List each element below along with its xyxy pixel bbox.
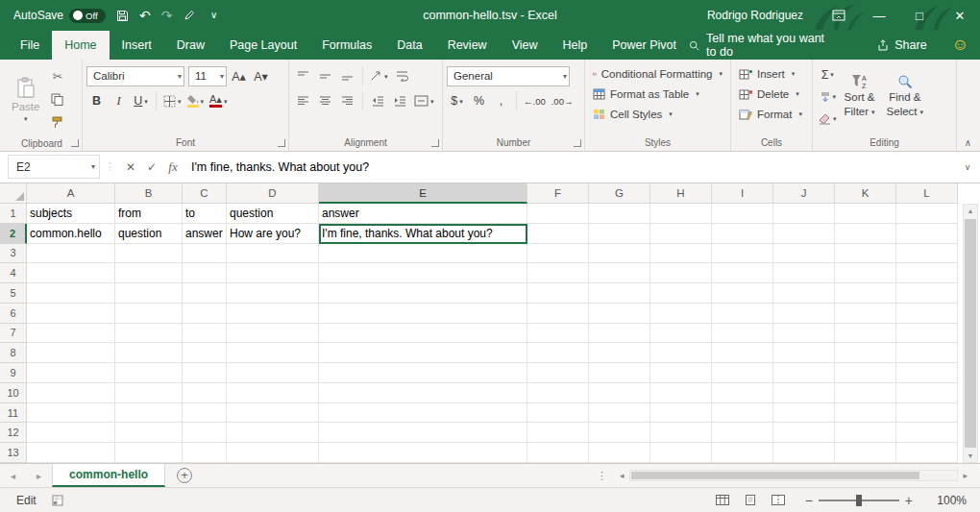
format-cells-button[interactable]: Format ▾ xyxy=(735,104,808,124)
cell-B8[interactable] xyxy=(115,343,183,363)
cell-F1[interactable] xyxy=(527,204,589,224)
cell-J4[interactable] xyxy=(773,263,835,283)
cell-K13[interactable] xyxy=(835,443,896,463)
scroll-right-arrow[interactable]: ▸ xyxy=(958,472,972,480)
cell-L12[interactable] xyxy=(896,423,958,443)
cell-B2[interactable]: question xyxy=(115,224,183,244)
row-header-2[interactable]: 2 xyxy=(0,224,27,244)
cell-F7[interactable] xyxy=(527,324,589,344)
cell-A13[interactable] xyxy=(27,443,115,463)
cell-F11[interactable] xyxy=(527,403,589,424)
comma-style-button[interactable]: , xyxy=(491,91,511,111)
fill-button[interactable]: ▾ xyxy=(817,86,839,107)
cell-B7[interactable] xyxy=(115,324,183,344)
cell-D6[interactable] xyxy=(227,304,319,324)
format-painter-button[interactable] xyxy=(47,112,67,133)
zoom-out-button[interactable]: − xyxy=(805,494,813,507)
cell-H1[interactable] xyxy=(650,204,712,224)
cell-J6[interactable] xyxy=(773,304,835,324)
accounting-format-button[interactable]: $▾ xyxy=(447,91,467,111)
cell-B1[interactable]: from xyxy=(115,204,183,224)
row-header-10[interactable]: 10 xyxy=(0,383,27,403)
ribbon-tab-file[interactable]: File xyxy=(8,31,52,60)
cell-A8[interactable] xyxy=(27,343,115,363)
cell-C10[interactable] xyxy=(183,383,227,403)
minimize-button[interactable]: — xyxy=(859,0,899,31)
cell-A5[interactable] xyxy=(27,283,115,304)
cell-G2[interactable] xyxy=(589,224,650,244)
cell-D8[interactable] xyxy=(227,343,319,363)
column-header-C[interactable]: C xyxy=(183,183,227,204)
cell-L7[interactable] xyxy=(896,324,958,344)
cell-G6[interactable] xyxy=(589,304,650,324)
cell-D5[interactable] xyxy=(227,283,319,304)
cell-I12[interactable] xyxy=(712,423,773,443)
cell-J9[interactable] xyxy=(773,363,835,383)
zoom-slider-thumb[interactable] xyxy=(856,495,862,506)
row-header-3[interactable]: 3 xyxy=(0,244,27,264)
cell-I8[interactable] xyxy=(712,343,773,363)
column-header-G[interactable]: G xyxy=(589,183,650,204)
cell-I10[interactable] xyxy=(712,383,773,403)
cell-H4[interactable] xyxy=(650,263,712,283)
page-break-preview-button[interactable] xyxy=(772,495,785,505)
cell-D11[interactable] xyxy=(227,403,319,424)
cell-G7[interactable] xyxy=(589,324,650,344)
touch-mouse-mode-button[interactable]: ▾ xyxy=(184,10,201,21)
sort-filter-button[interactable]: AZ Sort & Filter▾ xyxy=(839,63,881,129)
cell-C12[interactable] xyxy=(183,423,227,443)
cell-F2[interactable] xyxy=(527,224,589,244)
name-box-splitter[interactable]: ⋮ xyxy=(100,155,120,179)
ribbon-tab-insert[interactable]: Insert xyxy=(110,31,164,60)
bottom-align-button[interactable] xyxy=(337,66,357,86)
cell-K11[interactable] xyxy=(835,403,896,424)
cell-H8[interactable] xyxy=(650,343,712,363)
ribbon-tab-draw[interactable]: Draw xyxy=(164,31,217,60)
cell-G3[interactable] xyxy=(589,244,650,264)
insert-function-button[interactable]: fx xyxy=(162,155,184,179)
ribbon-tab-page-layout[interactable]: Page Layout xyxy=(217,31,309,60)
autosave-switch[interactable]: Off xyxy=(69,9,106,23)
cell-D9[interactable] xyxy=(227,363,319,383)
clipboard-dialog-launcher[interactable] xyxy=(71,139,79,147)
cell-A3[interactable] xyxy=(27,244,115,264)
cell-K7[interactable] xyxy=(835,324,896,344)
cell-L6[interactable] xyxy=(896,304,958,324)
cell-L4[interactable] xyxy=(896,263,958,283)
cell-B9[interactable] xyxy=(115,363,183,383)
cell-C5[interactable] xyxy=(183,283,227,304)
wrap-text-button[interactable] xyxy=(392,66,412,86)
align-left-button[interactable] xyxy=(293,91,313,111)
column-header-D[interactable]: D xyxy=(227,183,319,204)
cell-F13[interactable] xyxy=(527,443,589,463)
undo-button[interactable]: ↶ xyxy=(139,9,151,22)
feedback-smiley-icon[interactable]: ☺ xyxy=(952,31,968,60)
tab-scrollbar-splitter[interactable]: ⋮ xyxy=(589,464,615,487)
ribbon-tab-review[interactable]: Review xyxy=(435,31,500,60)
cell-G13[interactable] xyxy=(589,443,650,463)
cell-B11[interactable] xyxy=(115,403,183,424)
delete-cells-button[interactable]: Delete ▾ xyxy=(735,84,808,104)
column-header-E[interactable]: E xyxy=(319,183,527,204)
cell-D1[interactable]: question xyxy=(227,204,319,224)
select-all-button[interactable] xyxy=(0,183,27,204)
increase-decimal-button[interactable]: ←.00 xyxy=(522,91,548,111)
redo-button[interactable]: ↷ xyxy=(161,9,173,22)
cell-I5[interactable] xyxy=(712,283,773,304)
format-as-table-button[interactable]: Format as Table ▾ xyxy=(589,84,726,104)
conditional-formatting-button[interactable]: Conditional Formatting ▾ xyxy=(589,63,726,84)
share-button[interactable]: Share xyxy=(877,31,926,60)
cell-G1[interactable] xyxy=(589,204,650,224)
cell-B12[interactable] xyxy=(115,423,183,443)
cell-H13[interactable] xyxy=(650,443,712,463)
cell-A12[interactable] xyxy=(27,423,115,443)
row-header-6[interactable]: 6 xyxy=(0,304,27,324)
font-size-select[interactable]: 11 ▾ xyxy=(188,66,227,86)
cell-F9[interactable] xyxy=(527,363,589,383)
borders-button[interactable]: ▾ xyxy=(161,91,184,111)
cell-D7[interactable] xyxy=(227,324,319,344)
row-header-5[interactable]: 5 xyxy=(0,283,27,304)
cell-L5[interactable] xyxy=(896,283,958,304)
cell-I2[interactable] xyxy=(712,224,773,244)
cell-E5[interactable] xyxy=(319,283,527,304)
